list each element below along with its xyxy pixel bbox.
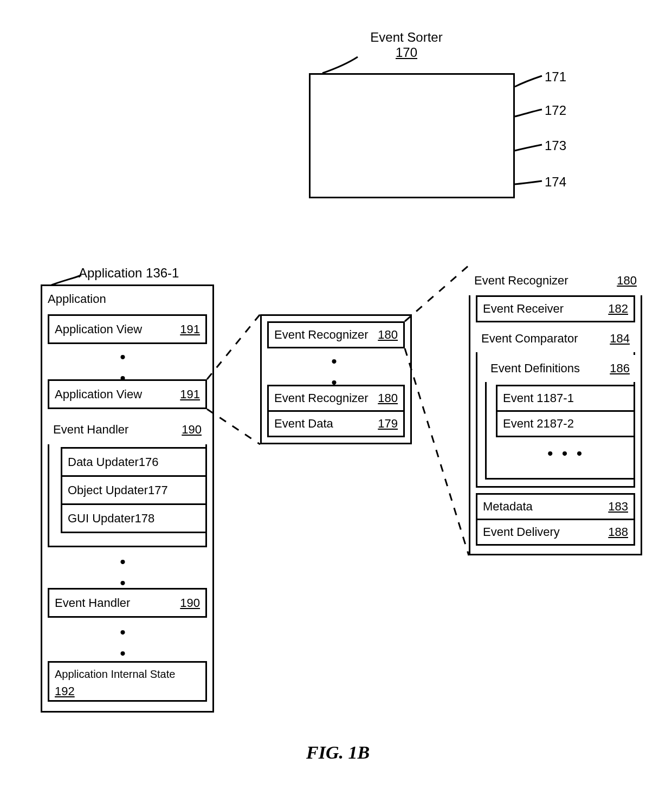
callout-172: 172: [545, 103, 566, 118]
mid-er1-label: Event Recognizer: [274, 328, 373, 342]
data-updater-ref: 176: [139, 455, 159, 469]
right-dots: • • •: [547, 444, 584, 463]
right-metadata-label: Metadata: [483, 500, 604, 514]
right-header-ref: 180: [617, 274, 637, 288]
gui-updater-ref: 178: [135, 512, 155, 526]
app-internal-state: Application Internal State 192: [48, 661, 207, 702]
right-metadata: Metadata 183: [476, 493, 635, 520]
event-handler-2-ref: 190: [180, 596, 200, 610]
callout-171: 171: [545, 69, 566, 85]
svg-line-0: [207, 314, 260, 379]
right-event2: Event 2 187-2: [496, 410, 635, 437]
application-header-row: Application: [41, 284, 214, 312]
mid-event-data: Event Data 179: [267, 410, 405, 437]
data-updater-label: Data Updater: [68, 455, 139, 469]
event-sorter-title-text: Event Sorter: [370, 30, 442, 44]
data-updater-row: Data Updater 176: [61, 447, 207, 477]
right-event2-label: Event 2: [503, 417, 544, 431]
right-event-delivery-ref: 188: [608, 525, 628, 539]
application-header: Application: [48, 292, 207, 306]
right-event1-label: Event 1: [503, 391, 544, 405]
right-ec-label: Event Comparator: [481, 332, 605, 346]
app-view-1-label: Application View: [55, 322, 176, 336]
svg-line-3: [405, 348, 469, 555]
app-view-2: Application View 191: [48, 379, 207, 409]
figure-label: FIG. 1B: [306, 742, 370, 763]
event-sorter-outer: [309, 73, 515, 198]
callout-174: 174: [545, 174, 566, 190]
event-handler-2-label: Event Handler: [55, 596, 176, 610]
callout-173: 173: [545, 138, 566, 153]
mid-er2-label: Event Recognizer: [274, 391, 373, 405]
mid-event-recognizer-1: Event Recognizer 180: [267, 321, 405, 348]
svg-line-1: [207, 409, 260, 444]
right-event-delivery-label: Event Delivery: [483, 525, 604, 539]
app-view-1: Application View 191: [48, 314, 207, 344]
event-handler-header: Event Handler 190: [48, 415, 207, 444]
gui-updater-label: GUI Updater: [68, 512, 135, 526]
event-sorter-ref: 170: [396, 45, 417, 60]
event-sorter-title: Event Sorter 170: [358, 30, 455, 60]
right-event1: Event 1 187-1: [496, 385, 635, 412]
gui-updater-row: GUI Updater 178: [61, 503, 207, 533]
event-handler-label: Event Handler: [53, 423, 177, 437]
mid-ed-label: Event Data: [274, 417, 373, 431]
event-handler-2: Event Handler 190: [48, 588, 207, 618]
mid-er1-ref: 180: [378, 328, 398, 342]
right-er-ref: 182: [608, 302, 628, 316]
object-updater-label: Object Updater: [68, 483, 148, 497]
right-ed-ref: 186: [610, 361, 630, 376]
app-internal-state-label: Application Internal State: [55, 668, 200, 680]
right-header: Event Recognizer 180: [469, 266, 642, 295]
right-event2-ref: 187-2: [544, 417, 574, 431]
app-view-2-label: Application View: [55, 387, 176, 402]
mid-event-recognizer-2: Event Recognizer 180: [267, 385, 405, 412]
right-event-delivery: Event Delivery 188: [476, 519, 635, 546]
right-metadata-ref: 183: [608, 500, 628, 514]
mid-er2-ref: 180: [378, 391, 398, 405]
application-title: Application 136-1: [79, 266, 198, 281]
right-event-receiver: Event Receiver 182: [476, 295, 635, 322]
mid-ed-ref: 179: [378, 417, 398, 431]
right-event-definitions-header: Event Definitions 186: [485, 355, 635, 382]
app-view-2-ref: 191: [180, 387, 200, 402]
app-view-1-ref: 191: [180, 322, 200, 336]
event-handler-ref: 190: [182, 423, 202, 437]
svg-line-2: [405, 266, 469, 321]
right-ec-ref: 184: [610, 332, 630, 346]
right-er-label: Event Receiver: [483, 302, 604, 316]
right-header-label: Event Recognizer: [474, 274, 612, 288]
object-updater-ref: 177: [148, 483, 168, 497]
diagram-canvas: Event Sorter 170 Event Monitor Hit View …: [0, 0, 672, 796]
app-internal-state-ref: 192: [55, 685, 75, 698]
object-updater-row: Object Updater 177: [61, 475, 207, 505]
right-event-comparator-header: Event Comparator 184: [476, 325, 635, 352]
right-ed-label: Event Definitions: [490, 361, 605, 376]
right-event1-ref: 187-1: [544, 391, 574, 405]
